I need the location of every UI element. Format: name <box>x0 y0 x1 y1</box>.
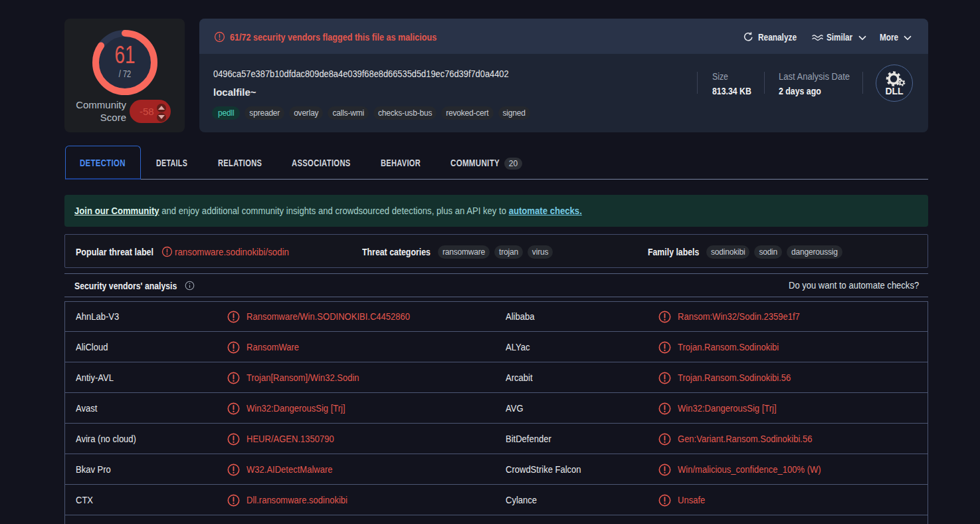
svg-text:/ 72: / 72 <box>119 68 132 79</box>
svg-text:61: 61 <box>115 41 136 68</box>
